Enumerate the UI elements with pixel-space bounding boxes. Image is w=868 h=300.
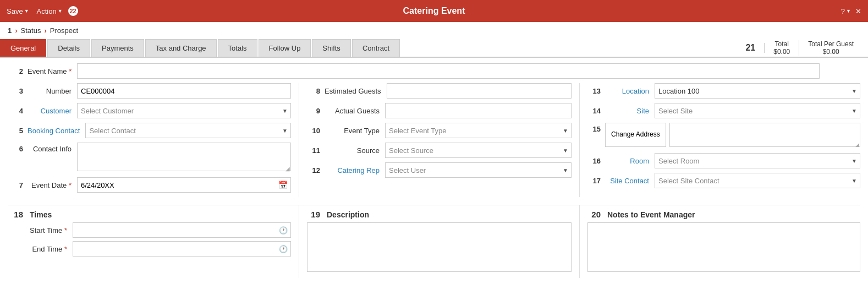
save-button[interactable]: Save ▼ xyxy=(7,7,29,15)
customer-row: 4 Customer Select Customer ▼ xyxy=(8,103,291,118)
site-select[interactable]: Select Site xyxy=(655,103,860,118)
source-select-wrap: Select Source ▼ xyxy=(385,143,572,158)
help-icon: ? xyxy=(841,7,845,15)
field-num-2: 2 xyxy=(8,67,23,75)
event-type-select[interactable]: Select Event Type xyxy=(385,123,572,138)
close-icon: ✕ xyxy=(855,7,861,15)
tab-details[interactable]: Details xyxy=(47,39,90,57)
form-col-middle: 8 Estimated Guests 9 Actual Guests 10 Ev… xyxy=(299,83,580,197)
contact-info-label: Contact Info xyxy=(28,143,77,153)
main-content: 2 Event Name * 3 Number 4 Customer Selec… xyxy=(0,58,868,283)
end-time-input[interactable] xyxy=(73,241,291,257)
event-date-required: * xyxy=(69,181,72,189)
tab-contract[interactable]: Contract xyxy=(352,39,400,57)
catering-rep-row: 12 Catering Rep Select User ▼ xyxy=(307,162,572,178)
tab-payments[interactable]: Payments xyxy=(91,39,144,57)
event-name-required: * xyxy=(69,67,72,75)
help-button[interactable]: ? ▼ xyxy=(841,7,851,15)
description-textarea[interactable] xyxy=(307,222,572,272)
close-button[interactable]: ✕ xyxy=(855,7,861,15)
catering-rep-label[interactable]: Catering Rep xyxy=(325,166,385,174)
estimated-guests-row: 8 Estimated Guests xyxy=(307,83,572,99)
site-contact-label[interactable]: Site Contact xyxy=(605,177,655,185)
site-row: 14 Site Select Site ▼ xyxy=(587,103,860,118)
customer-select-wrap: Select Customer ▼ xyxy=(77,103,291,118)
number-input[interactable] xyxy=(77,83,291,99)
times-num: 18 xyxy=(8,210,23,219)
field-num-17: 17 xyxy=(587,177,601,185)
event-date-wrap: 📅 xyxy=(77,177,291,193)
customer-select[interactable]: Select Customer xyxy=(77,103,291,118)
tab-follow-up[interactable]: Follow Up xyxy=(259,39,311,57)
room-label[interactable]: Room xyxy=(605,157,655,165)
tab-general[interactable]: General xyxy=(0,39,46,57)
address-resize-icon: ◢ xyxy=(855,142,859,148)
contact-info-wrap: ◢ xyxy=(77,143,291,173)
catering-rep-select[interactable]: Select User xyxy=(385,162,572,178)
field-num-12: 12 xyxy=(307,166,320,174)
page-title: Catering Event xyxy=(403,6,465,16)
tab-totals[interactable]: Totals xyxy=(218,39,257,57)
event-name-input[interactable] xyxy=(77,63,820,79)
event-date-label: Event Date * xyxy=(28,181,77,189)
site-label[interactable]: Site xyxy=(605,107,655,115)
location-select-wrap: Location 100 ▼ xyxy=(655,83,860,99)
event-name-row: 2 Event Name * xyxy=(8,63,860,79)
app-header: Save ▼ Action ▼ 22 Catering Event ? ▼ ✕ xyxy=(0,0,868,22)
site-select-wrap: Select Site ▼ xyxy=(655,103,860,118)
site-contact-select[interactable]: Select Site Contact xyxy=(655,173,860,188)
event-name-label: Event Name * xyxy=(28,67,77,75)
start-time-label: Start Time * xyxy=(8,226,73,234)
room-row: 16 Room Select Room ▼ xyxy=(587,153,860,168)
location-select[interactable]: Location 100 xyxy=(655,83,860,99)
header-left-controls: Save ▼ Action ▼ 22 xyxy=(7,6,78,16)
notes-num: 20 xyxy=(587,210,601,219)
start-time-required: * xyxy=(64,226,67,234)
notes-section: 20 Notes to Event Manager xyxy=(580,205,860,278)
description-header: 19 Description xyxy=(307,210,572,219)
tabs-row: General Details Payments Tax and Charge … xyxy=(0,39,868,58)
number-row: 3 Number xyxy=(8,83,291,99)
catering-rep-select-wrap: Select User ▼ xyxy=(385,162,572,178)
total-per-guest-value: $0.00 xyxy=(823,48,839,56)
booking-contact-select[interactable]: Select Contact xyxy=(85,123,291,138)
end-time-required: * xyxy=(64,245,67,253)
number-label: Number xyxy=(28,87,77,95)
end-time-wrap: 🕐 xyxy=(73,241,291,257)
times-header: 18 Times xyxy=(8,210,291,219)
contact-info-textarea[interactable] xyxy=(77,143,291,171)
customer-label[interactable]: Customer xyxy=(28,107,77,115)
field-num-10: 10 xyxy=(307,127,320,135)
form-col-left: 3 Number 4 Customer Select Customer ▼ 5 … xyxy=(8,83,299,197)
source-select[interactable]: Select Source xyxy=(385,143,572,158)
action-badge: 22 xyxy=(68,6,78,16)
tabs-container: General Details Payments Tax and Charge … xyxy=(0,39,401,57)
change-address-button[interactable]: Change Address xyxy=(605,123,666,147)
action-button[interactable]: Action ▼ xyxy=(37,7,63,15)
start-time-wrap: 🕐 xyxy=(73,222,291,238)
tab-shifts[interactable]: Shifts xyxy=(312,39,351,57)
change-address-row: 15 Change Address ◢ xyxy=(587,123,860,149)
room-select[interactable]: Select Room xyxy=(655,153,860,168)
field-num-6: 6 xyxy=(8,143,23,153)
notes-header: 20 Notes to Event Manager xyxy=(587,210,860,219)
field-num-4: 4 xyxy=(8,107,23,115)
breadcrumb-number: 1 xyxy=(8,26,12,35)
start-time-input[interactable] xyxy=(73,222,291,238)
description-title: Description xyxy=(327,210,369,219)
event-date-input[interactable] xyxy=(77,177,291,193)
location-label[interactable]: Location xyxy=(605,87,655,95)
event-type-label: Event Type xyxy=(325,127,385,135)
tab-tax-charge[interactable]: Tax and Charge xyxy=(145,39,217,57)
estimated-guests-input[interactable] xyxy=(387,83,572,99)
field-num-11: 11 xyxy=(307,146,320,155)
event-type-select-wrap: Select Event Type ▼ xyxy=(385,123,572,138)
booking-contact-label[interactable]: Booking Contact xyxy=(28,127,85,135)
actual-guests-input[interactable] xyxy=(385,103,572,118)
address-textarea[interactable] xyxy=(669,123,860,147)
field-num-14: 14 xyxy=(587,107,601,115)
help-caret-icon: ▼ xyxy=(846,8,851,14)
notes-textarea[interactable] xyxy=(587,222,860,272)
end-time-row: End Time * 🕐 xyxy=(8,241,291,257)
field-num-7: 7 xyxy=(8,181,23,189)
